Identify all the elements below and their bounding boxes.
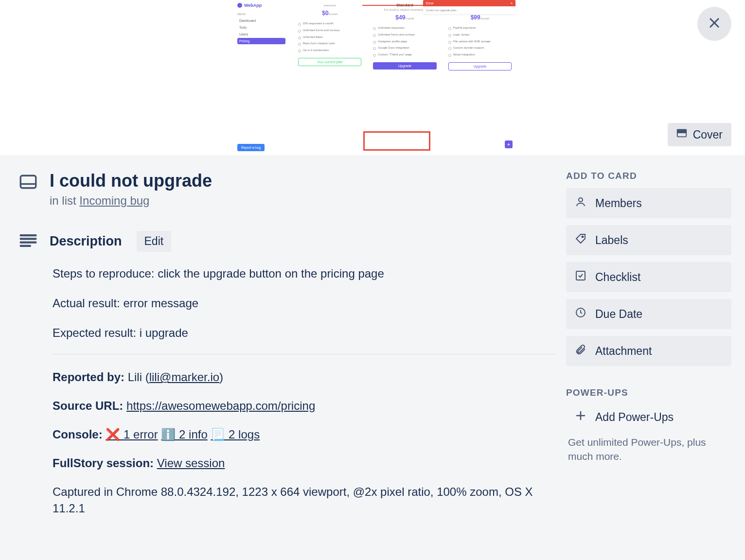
button-label: Due Date bbox=[595, 308, 642, 321]
console-row: Console: ❌ 1 error ℹ️ 2 info 📃 2 logs bbox=[53, 426, 556, 443]
button-label: Labels bbox=[595, 234, 628, 247]
attachment-button[interactable]: Attachment bbox=[566, 336, 731, 366]
svg-point-9 bbox=[582, 236, 584, 238]
members-button[interactable]: Members bbox=[566, 188, 731, 218]
list-link[interactable]: Incoming bug bbox=[79, 194, 149, 207]
user-icon bbox=[575, 196, 586, 210]
svg-point-8 bbox=[579, 198, 583, 202]
actual-result: Actual result: error message bbox=[53, 295, 556, 312]
captured-info: Captured in Chrome 88.0.4324.192, 1223 x… bbox=[53, 484, 556, 518]
source-url-link[interactable]: https://awesomewebapp.com/pricing bbox=[126, 399, 315, 412]
steps-to-reproduce: Steps to reproduce: click the upgrade bu… bbox=[53, 265, 556, 282]
plus-icon bbox=[575, 410, 586, 424]
clock-icon bbox=[575, 307, 586, 321]
fullstory-row: FullStory session: View session bbox=[53, 455, 556, 472]
edit-description-button[interactable]: Edit bbox=[137, 231, 172, 252]
source-url-row: Source URL: https://awesomewebapp.com/pr… bbox=[53, 398, 556, 415]
description-body[interactable]: Steps to reproduce: click the upgrade bu… bbox=[53, 265, 556, 517]
reporter-email-link[interactable]: lili@marker.io bbox=[149, 370, 219, 384]
description-heading: Description bbox=[50, 234, 122, 249]
cover-button[interactable]: Cover bbox=[668, 123, 731, 146]
svg-rect-6 bbox=[20, 241, 37, 243]
reported-by-row: Reported by: Lili (lili@marker.io) bbox=[53, 369, 556, 386]
button-label: Attachment bbox=[595, 345, 652, 358]
fullstory-link[interactable]: View session bbox=[157, 456, 225, 470]
expected-result: Expected result: i upgrade bbox=[53, 325, 556, 342]
close-button[interactable] bbox=[697, 7, 731, 41]
checklist-icon bbox=[575, 270, 586, 284]
button-label: Members bbox=[595, 197, 642, 210]
card-icon bbox=[19, 175, 37, 191]
card-list-location: in list Incoming bug bbox=[50, 194, 212, 208]
card-title[interactable]: I could not upgrade bbox=[50, 171, 212, 191]
svg-rect-1 bbox=[677, 130, 686, 133]
labels-button[interactable]: Labels bbox=[566, 225, 731, 255]
console-info-link[interactable]: ℹ️ 2 info bbox=[161, 428, 207, 441]
tag-icon bbox=[575, 233, 586, 247]
cover-screenshot: WebApp MENU Dashboard Todo Users Pricing… bbox=[231, 0, 518, 155]
powerups-subtext: Get unlimited Power-Ups, plus much more. bbox=[566, 435, 731, 464]
divider bbox=[53, 354, 556, 354]
svg-rect-10 bbox=[576, 271, 585, 280]
console-error-link[interactable]: ❌ 1 error bbox=[106, 428, 158, 441]
cover-button-label: Cover bbox=[693, 128, 723, 141]
svg-rect-5 bbox=[20, 238, 37, 240]
console-logs-link[interactable]: 📃 2 logs bbox=[211, 428, 260, 441]
svg-rect-7 bbox=[20, 245, 31, 246]
add-powerups-button[interactable]: Add Power-Ups bbox=[566, 405, 731, 429]
svg-rect-4 bbox=[20, 234, 37, 236]
close-icon bbox=[708, 16, 721, 32]
svg-rect-2 bbox=[20, 175, 36, 188]
powerups-heading: POWER-UPS bbox=[566, 387, 731, 398]
description-icon bbox=[19, 234, 37, 249]
button-label: Add Power-Ups bbox=[595, 411, 674, 424]
paperclip-icon bbox=[575, 344, 586, 358]
cover-icon bbox=[676, 128, 687, 141]
add-to-card-heading: ADD TO CARD bbox=[566, 171, 731, 181]
checklist-button[interactable]: Checklist bbox=[566, 262, 731, 292]
mock-app: WebApp MENU Dashboard Todo Users Pricing… bbox=[233, 0, 515, 155]
card-cover: WebApp MENU Dashboard Todo Users Pricing… bbox=[0, 0, 745, 155]
button-label: Checklist bbox=[595, 271, 640, 284]
due-date-button[interactable]: Due Date bbox=[566, 299, 731, 329]
